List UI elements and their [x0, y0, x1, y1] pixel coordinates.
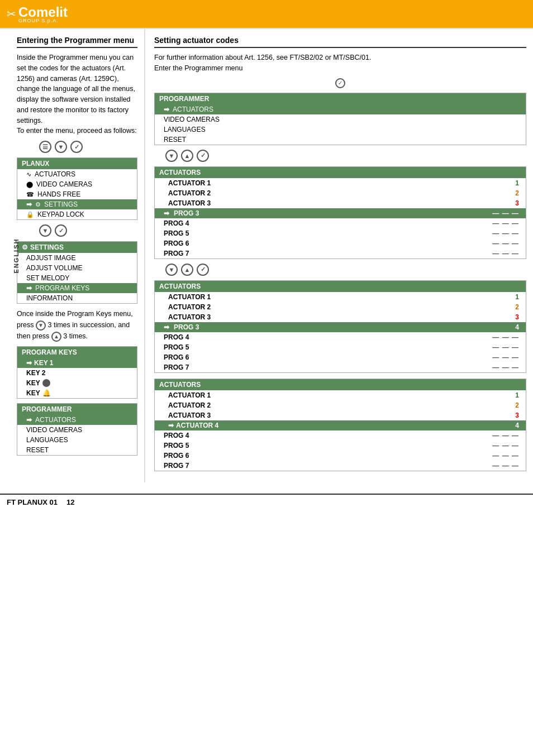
english-label: ENGLISH	[13, 238, 20, 273]
settings-header-label: SETTINGS	[30, 243, 64, 251]
left-inner: Entering the Programmer menu Inside the …	[17, 36, 137, 456]
camera-icon: ⬤	[26, 181, 33, 188]
key-circle-item[interactable]: KEY	[17, 378, 137, 388]
programmer-languages-left-label: LANGUAGES	[26, 436, 68, 444]
prog-3-row-1: ➡PROG 3 — — —	[155, 208, 526, 218]
actuator-2-row-3: ACTUATOR 2 2	[155, 400, 526, 410]
programmer-languages-left[interactable]: LANGUAGES	[17, 435, 137, 445]
prog-6-label-3: PROG 6	[164, 452, 189, 460]
planux-keypad-lock-label: KEYPAD LOCK	[37, 210, 84, 218]
actuator-2-val-2: 2	[515, 303, 519, 311]
settings-icon: ⚙	[35, 201, 41, 208]
prog-7-val-3: — — —	[492, 462, 519, 470]
prog-7-val-2: — — —	[492, 363, 519, 371]
prog-5-val-2: — — —	[492, 343, 519, 351]
actuator-4-arrow-3: ➡	[168, 422, 174, 429]
actuator-3-row-2: ACTUATOR 3 3	[155, 312, 526, 322]
actuator-1-label-3: ACTUATOR 1	[168, 391, 211, 399]
settings-information[interactable]: INFORMATION	[17, 293, 137, 303]
prog-5-label-1: PROG 5	[164, 229, 189, 237]
actuator-3-val-3: 3	[515, 412, 519, 419]
actuators-header-3: ACTUATORS	[155, 379, 526, 390]
settings-menu: ⚙ SETTINGS ADJUST IMAGE ADJUST VOLUME SE…	[17, 241, 137, 304]
actuator-1-val-3: 1	[515, 391, 519, 399]
planux-actuators-label: ACTUATORS	[35, 170, 75, 178]
programmer-video-cameras-right[interactable]: VIDEO CAMERAS	[155, 114, 526, 125]
prog-7-label-1: PROG 7	[164, 250, 189, 257]
programmer-languages-right[interactable]: LANGUAGES	[155, 125, 526, 135]
programmer-video-cameras-left-label: VIDEO CAMERAS	[26, 426, 82, 434]
planux-keypad-lock[interactable]: 🔒 KEYPAD LOCK	[17, 209, 137, 219]
setting-text: For further information about Art. 1256,…	[154, 52, 526, 74]
programmer-reset-right[interactable]: RESET	[155, 135, 526, 145]
actuator-3-label-3: ACTUATOR 3	[168, 412, 211, 419]
actuators-header-1: ACTUATORS	[155, 167, 526, 178]
planux-video-cameras[interactable]: ⬤ VIDEO CAMERAS	[17, 179, 137, 189]
prog-7-label-2: PROG 7	[164, 363, 189, 371]
prog-3-row-2: ➡PROG 3 4	[155, 322, 526, 332]
planux-hands-free[interactable]: ☎ HANDS FREE	[17, 189, 137, 199]
key-circle-label: KEY	[26, 379, 40, 387]
prog-4-row-3: PROG 4 — — —	[155, 430, 526, 441]
up-circle-icon: ▲	[51, 332, 61, 342]
key2-item[interactable]: KEY 2	[17, 368, 137, 378]
programmer-reset-left[interactable]: RESET	[17, 445, 137, 455]
programmer-actuators-right-label: ACTUATORS	[173, 106, 213, 113]
actuator-3-row-3: ACTUATOR 3 3	[155, 410, 526, 420]
prog-7-label-3: PROG 7	[164, 462, 189, 470]
actuators-box-2: ACTUATORS ACTUATOR 1 1 ACTUATOR 2 2 ACTU…	[154, 280, 526, 373]
key-bell-item[interactable]: KEY 🔔	[17, 388, 137, 398]
key1-item[interactable]: ➡ KEY 1	[17, 358, 137, 368]
actuators-header-2: ACTUATORS	[155, 281, 526, 292]
setting-title: Setting actuator codes	[154, 36, 526, 48]
settings-adjust-volume[interactable]: ADJUST VOLUME	[17, 263, 137, 273]
actuator-1-row-1: ACTUATOR 1 1	[155, 178, 526, 188]
programmer-languages-right-label: LANGUAGES	[164, 126, 206, 133]
prog-3-val-2: 4	[515, 323, 519, 331]
prog-6-val-3: — — —	[492, 452, 519, 460]
prog-6-val-1: — — —	[492, 240, 519, 247]
bell-icon: 🔔	[42, 389, 51, 397]
actuator-4-row-3: ➡ACTUATOR 4 4	[155, 420, 526, 430]
prog-3-label-1: PROG 3	[174, 209, 199, 217]
left-column: ENGLISH Entering the Programmer menu Ins…	[0, 29, 145, 482]
arrow-icon-5: ➡	[164, 106, 169, 113]
actuator-2-label-1: ACTUATOR 2	[168, 189, 211, 197]
programmer-video-cameras-left[interactable]: VIDEO CAMERAS	[17, 425, 137, 435]
programmer-video-cameras-right-label: VIDEO CAMERAS	[164, 116, 220, 123]
settings-adjust-image[interactable]: ADJUST IMAGE	[17, 253, 137, 263]
key2-label: KEY 2	[26, 369, 45, 377]
prog-5-row-1: PROG 5 — — —	[155, 228, 526, 238]
planux-menu: PLANUX ∿ ACTUATORS ⬤ VIDEO CAMERAS ☎ HAN…	[17, 157, 137, 220]
check-icon-r1: ✓	[197, 150, 209, 162]
settings-program-keys[interactable]: ➡ PROGRAM KEYS	[17, 283, 137, 293]
actuator-2-label-3: ACTUATOR 2	[168, 401, 211, 409]
program-keys-header: PROGRAM KEYS	[17, 347, 137, 358]
settings-set-melody[interactable]: SET MELODY	[17, 273, 137, 283]
actuator-3-val-1: 3	[515, 199, 519, 207]
arrow-icon: ➡	[26, 200, 32, 208]
check-circle-icon: ✓	[335, 78, 345, 88]
prog-7-row-1: PROG 7 — — —	[155, 248, 526, 259]
check-icon-2: ✓	[55, 224, 67, 237]
handsfree-icon: ☎	[26, 191, 34, 198]
set-melody-label: SET MELODY	[26, 274, 69, 282]
lock-icon: 🔒	[26, 211, 34, 218]
actuators-box-3: ACTUATORS ACTUATOR 1 1 ACTUATOR 2 2 ACTU…	[154, 379, 526, 471]
prog-7-val-1: — — —	[492, 250, 519, 257]
actuator-2-label-2: ACTUATOR 2	[168, 303, 211, 311]
planux-actuators[interactable]: ∿ ACTUATORS	[17, 169, 137, 179]
actuator-2-val-3: 2	[515, 401, 519, 409]
prog-5-row-3: PROG 5 — — —	[155, 441, 526, 451]
programmer-menu-right: PROGRAMMER ➡ ACTUATORS VIDEO CAMERAS LAN…	[154, 93, 526, 145]
nav-icons-right-2: ▼ ▲ ✓	[154, 264, 526, 276]
actuator-1-val-2: 1	[515, 293, 519, 301]
programmer-actuators-left[interactable]: ➡ ACTUATORS	[17, 415, 137, 425]
planux-settings[interactable]: ➡ ⚙ SETTINGS	[17, 199, 137, 209]
programmer-header-right: PROGRAMMER	[155, 93, 526, 104]
down-circle-icon: ▼	[36, 320, 46, 331]
footer: FT PLANUX 01 12	[0, 494, 533, 510]
prog-4-label-1: PROG 4	[164, 219, 189, 227]
prog-6-row-1: PROG 6 — — —	[155, 238, 526, 248]
programmer-actuators-right[interactable]: ➡ ACTUATORS	[155, 104, 526, 114]
